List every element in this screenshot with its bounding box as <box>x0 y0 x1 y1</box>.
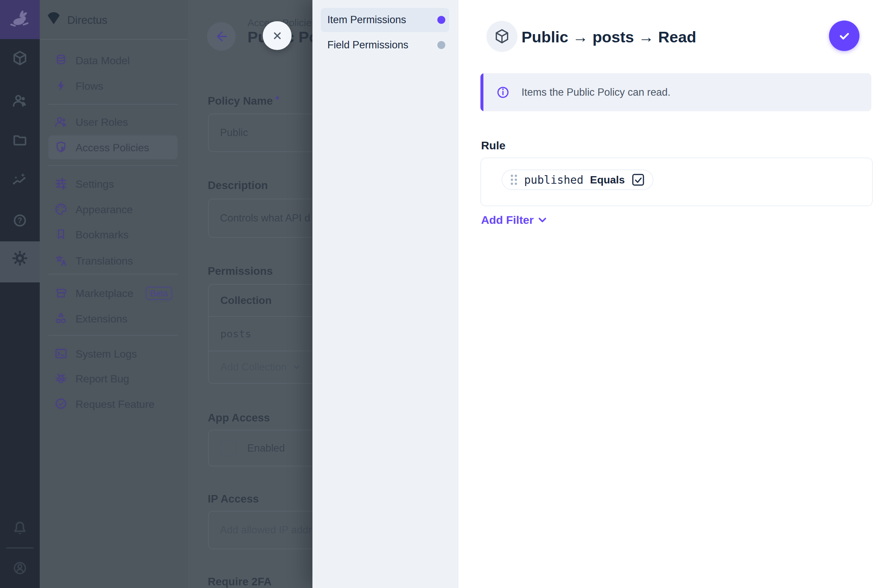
tune-icon <box>54 177 68 190</box>
app-access-checkbox-label: Enabled <box>247 442 285 454</box>
description-value: Controls what API d <box>220 199 310 237</box>
drawer-tab-label[interactable]: Item Permissions <box>327 14 406 26</box>
sidebar-item-label: Bookmarks <box>75 229 129 241</box>
translate-icon <box>54 254 68 267</box>
chevron-down-icon <box>537 215 548 225</box>
sidebar-item-report-bug[interactable]: Report Bug <box>40 368 188 389</box>
drag-handle-icon[interactable] <box>510 174 517 185</box>
active-dot-icon <box>437 16 445 24</box>
permissions-row-posts[interactable]: posts <box>209 316 313 351</box>
sidebar-item-label: Flows <box>75 80 103 92</box>
drawer-sidebar: Item Permissions Field Permissions <box>313 0 459 588</box>
drawer-header-avatar <box>486 21 517 52</box>
rule-filter-area: published Equals <box>480 158 873 206</box>
sidebar-item-flows[interactable]: Flows <box>40 75 188 96</box>
filter-pill[interactable]: published Equals <box>502 170 653 190</box>
nav-sidebar: Directus Data Model Flows <box>40 0 188 588</box>
save-button[interactable] <box>829 21 859 51</box>
drawer-tab-field-permissions[interactable]: Field Permissions <box>327 39 409 51</box>
policy-name-input[interactable]: Public <box>208 114 313 152</box>
app-access-checkbox[interactable] <box>220 440 236 456</box>
sidebar-item-label: Marketplace <box>75 287 133 300</box>
policy-name-value: Public <box>220 114 248 151</box>
info-banner: Items the Public Policy can read. <box>480 73 871 111</box>
sidebar-item-label: System Logs <box>75 348 137 360</box>
shield-icon <box>54 141 68 154</box>
settings-module-icon[interactable] <box>12 250 28 266</box>
checked-checkbox-icon[interactable] <box>632 173 645 186</box>
sidebar-item-appearance[interactable]: Appearance <box>40 199 188 220</box>
permissions-table: Collection posts Add Collection <box>208 284 313 384</box>
add-filter-button[interactable]: Add Filter <box>481 213 548 226</box>
project-logo-icon <box>47 12 61 27</box>
bolt-icon <box>54 79 68 92</box>
help-module-icon[interactable]: ? <box>12 213 28 228</box>
module-bar: ? <box>0 0 40 588</box>
required-mark: * <box>275 94 279 105</box>
project-name: Directus <box>67 14 107 27</box>
insights-module-icon[interactable] <box>12 172 28 188</box>
terminal-icon <box>54 347 68 360</box>
database-icon <box>54 54 68 67</box>
seal-check-icon <box>54 397 68 411</box>
sidebar-item-label: Report Bug <box>75 373 129 385</box>
permissions-column-header: Collection <box>209 285 313 316</box>
rabbit-logo-icon <box>8 9 32 30</box>
ip-access-input[interactable]: Add allowed IP addr <box>208 511 313 549</box>
sidebar-item-marketplace[interactable]: Marketplace Beta <box>40 282 188 304</box>
close-drawer-button[interactable] <box>263 21 292 50</box>
filter-operator[interactable]: Equals <box>590 174 625 186</box>
sidebar-item-settings[interactable]: Settings <box>40 173 188 194</box>
policy-name-label: Policy Name* <box>208 94 279 107</box>
sidebar-divider <box>48 104 178 105</box>
sidebar-item-request-feature[interactable]: Request Feature <box>40 393 188 414</box>
project-header[interactable]: Directus <box>40 0 188 40</box>
bug-icon <box>54 372 68 385</box>
sidebar-item-data-model[interactable]: Data Model <box>40 50 188 71</box>
user-directory-module-icon[interactable] <box>12 93 28 109</box>
description-input[interactable]: Controls what API d <box>208 199 313 238</box>
banner-text: Items the Public Policy can read. <box>522 86 671 98</box>
profile-icon[interactable] <box>12 560 28 576</box>
permissions-drawer: Public → posts → Read Items the Public P… <box>459 0 880 588</box>
app-root: ? <box>0 0 880 588</box>
storefront-icon <box>54 286 68 300</box>
sidebar-item-label: Extensions <box>75 313 128 325</box>
directus-logo-button[interactable] <box>0 0 40 39</box>
app-access-label: App Access <box>208 411 270 424</box>
shapes-icon <box>54 312 68 325</box>
add-collection-button[interactable]: Add Collection <box>209 351 313 383</box>
sidebar-item-label: Data Model <box>75 55 130 67</box>
svg-text:?: ? <box>18 216 22 225</box>
sidebar-divider <box>48 165 178 166</box>
description-label: Description <box>208 179 268 192</box>
filter-field[interactable]: published <box>524 174 584 186</box>
sidebar-item-translations[interactable]: Translations <box>40 250 188 271</box>
beta-badge: Beta <box>146 287 172 300</box>
content-module-icon[interactable] <box>12 50 28 66</box>
user-roles-icon <box>54 115 68 129</box>
sidebar-item-extensions[interactable]: Extensions <box>40 308 188 329</box>
check-icon <box>836 28 852 44</box>
notifications-bell-icon[interactable] <box>12 520 28 536</box>
app-access-field: Enabled <box>208 430 313 466</box>
sidebar-item-label: Appearance <box>75 204 133 216</box>
arrow-left-icon <box>214 29 229 44</box>
sidebar-item-user-roles[interactable]: User Roles <box>40 111 188 132</box>
sidebar-item-label: Request Feature <box>75 398 154 411</box>
sidebar-item-bookmarks[interactable]: Bookmarks <box>40 224 188 245</box>
info-icon <box>495 84 511 100</box>
sidebar-divider <box>48 335 178 336</box>
sidebar-item-access-policies[interactable]: Access Policies <box>40 137 188 158</box>
chevron-down-icon <box>292 363 301 372</box>
file-library-module-icon[interactable] <box>12 132 28 148</box>
back-button[interactable] <box>207 22 236 51</box>
ip-access-placeholder: Add allowed IP addr <box>220 512 312 549</box>
drawer-title: Public → posts → Read <box>522 28 696 46</box>
sidebar-item-system-logs[interactable]: System Logs <box>40 343 188 364</box>
sidebar-item-label: Translations <box>75 255 133 267</box>
close-icon <box>271 29 284 42</box>
box-icon <box>494 28 510 44</box>
sidebar-item-label: User Roles <box>75 116 128 129</box>
palette-icon <box>54 202 68 216</box>
